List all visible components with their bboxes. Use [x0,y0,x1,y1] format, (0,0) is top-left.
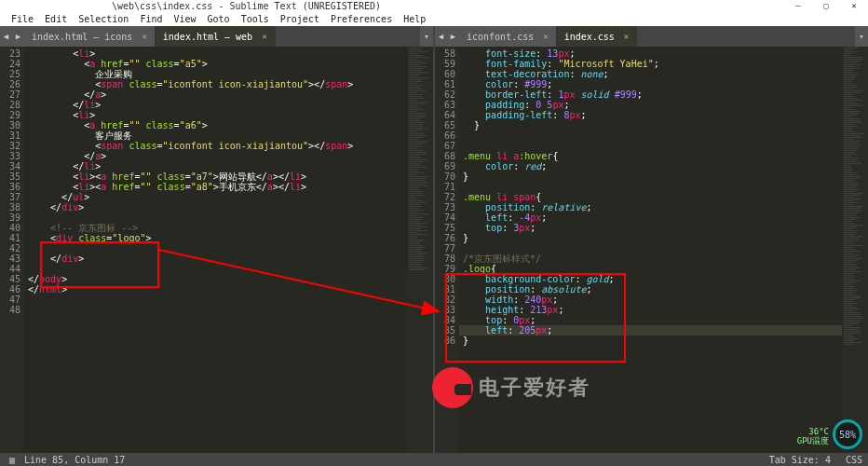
tab[interactable]: iconfont.css✕ [459,26,557,47]
menubar: FileEditSelectionFindViewGotoToolsProjec… [0,11,868,26]
right-tabbar: ◀ ▶ iconfont.css✕index.css✕ ▾ [435,26,868,47]
left-code[interactable]: <li> <a href="" class="a5"> 企业采购 <span c… [28,47,422,453]
watermark: 电子爱好者 [432,367,590,408]
status-tabsize[interactable]: Tab Size: 4 [769,455,831,465]
history-forward-icon[interactable]: ▶ [447,26,459,47]
tab[interactable]: index.css✕ [557,26,638,47]
history-forward-icon[interactable]: ▶ [12,26,24,47]
menu-tools[interactable]: Tools [236,14,275,24]
window-root: { "titlebar": { "path": "\\web\\css\\ind… [0,0,868,466]
tab[interactable]: index.html — icons✕ [24,26,156,47]
menu-project[interactable]: Project [275,14,325,24]
close-icon[interactable]: ✕ [262,32,266,41]
close-icon[interactable]: ✕ [142,32,146,41]
history-back-icon[interactable]: ◀ [0,26,12,47]
close-button[interactable]: ✕ [840,0,868,11]
menu-file[interactable]: File [6,14,39,24]
history-arrows: ◀ ▶ [0,26,24,47]
menu-goto[interactable]: Goto [202,14,236,24]
left-gutter: 2324252627282930313233343536373839404142… [0,47,24,453]
tab[interactable]: index.html — web✕ [156,26,276,47]
left-minimap[interactable] [407,47,433,453]
window-controls: — ▢ ✕ [784,0,868,11]
titlebar-path: \web\css\index.css - Sublime Text (UNREG… [112,1,381,11]
history-back-icon[interactable]: ◀ [435,26,447,47]
menu-view[interactable]: View [168,14,201,24]
close-icon[interactable]: ✕ [624,32,629,41]
gpu-temp-label: 36°CGPU温度 [797,427,829,445]
left-tabbar: ◀ ▶ index.html — icons✕index.html — web✕… [0,26,433,47]
menu-preferences[interactable]: Preferences [325,14,398,24]
status-syntax[interactable]: CSS [846,455,862,465]
left-pane: ◀ ▶ index.html — icons✕index.html — web✕… [0,26,433,453]
close-icon[interactable]: ✕ [543,32,548,41]
menu-selection[interactable]: Selection [73,14,134,24]
minimize-button[interactable]: — [784,0,812,11]
menu-help[interactable]: Help [398,14,431,24]
titlebar: \web\css\index.css - Sublime Text (UNREG… [0,0,868,11]
performance-gauge: 58% [833,419,862,449]
sidebar-toggle-icon[interactable]: ▥ [6,455,19,464]
tab-dropdown-icon[interactable]: ▾ [420,26,433,47]
maximize-button[interactable]: ▢ [812,0,840,11]
right-minimap[interactable] [842,47,868,453]
watermark-logo-icon [432,367,473,408]
menu-edit[interactable]: Edit [39,14,73,24]
history-arrows-right: ◀ ▶ [435,26,459,47]
status-linecol: Line 85, Column 17 [24,455,125,465]
tab-label: index.css [564,32,615,42]
menu-find[interactable]: Find [134,14,168,24]
watermark-text: 电子爱好者 [479,374,590,402]
statusbar: ▥ Line 85, Column 17 Tab Size: 4 CSS [0,453,868,466]
tab-dropdown-icon[interactable]: ▾ [855,26,868,47]
tab-label: index.html — web [163,32,252,42]
tab-label: iconfont.css [467,32,534,42]
tab-label: index.html — icons [32,32,132,42]
